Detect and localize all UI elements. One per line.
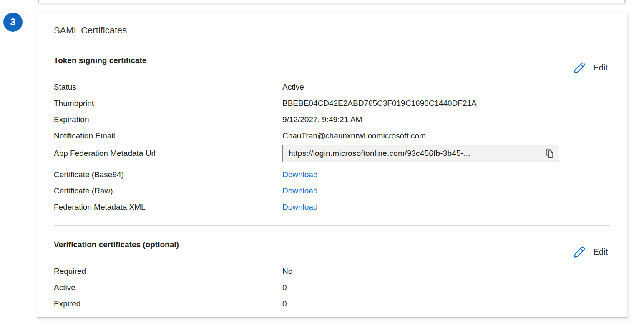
step-number: 3 <box>10 17 16 28</box>
row-label: App Federation Metadata Url <box>54 149 282 158</box>
row-value: Active <box>282 83 610 92</box>
app-federation-metadata-url-row: App Federation Metadata Url https://logi… <box>54 145 610 162</box>
download-certificate-base64-link[interactable]: Download <box>282 170 318 179</box>
edit-token-signing-certificate-button[interactable]: Edit <box>573 60 608 75</box>
thumbprint-row: Thumbprint BBEBE04CD42E2ABD765C3F019C169… <box>54 95 610 111</box>
row-value: BBEBE04CD42E2ABD765C3F019C1696C1440DF21A <box>282 99 610 108</box>
row-label: Required <box>54 267 282 276</box>
row-label: Status <box>54 83 282 92</box>
notification-email-row: Notification Email ChauTran@chaunxnrwl.o… <box>54 128 610 144</box>
row-value: No <box>282 267 610 276</box>
row-value: ChauTran@chaunxnrwl.onmicrosoft.com <box>282 131 610 140</box>
previous-card-fragment <box>38 0 625 3</box>
row-value: 0 <box>282 283 610 292</box>
step-number-badge: 3 <box>3 13 23 32</box>
required-row: Required No <box>54 263 610 279</box>
download-federation-metadata-xml-link[interactable]: Download <box>282 203 318 211</box>
step-indicator-line <box>15 0 15 326</box>
row-label: Expiration <box>54 115 282 124</box>
saml-sso-page: 3 SAML Certificates Token signing certif… <box>0 0 644 326</box>
edit-verification-certificates-button[interactable]: Edit <box>573 245 608 259</box>
copy-icon[interactable] <box>545 148 555 159</box>
expiration-row: Expiration 9/12/2027, 9:49:21 AM <box>54 111 610 128</box>
token-signing-section-header: Token signing certificate Edit <box>54 55 610 70</box>
token-signing-details: Status Active Thumbprint BBEBE04CD42E2AB… <box>54 79 610 215</box>
active-row: Active 0 <box>54 279 610 296</box>
certificate-raw-row: Certificate (Raw) Download <box>54 183 610 199</box>
edit-button-label: Edit <box>594 247 608 257</box>
row-label: Notification Email <box>54 131 282 140</box>
metadata-url-field[interactable]: https://login.microsoftonline.com/93c456… <box>282 145 559 162</box>
certificate-base64-row: Certificate (Base64) Download <box>54 166 610 183</box>
row-value: 9/12/2027, 9:49:21 AM <box>282 115 610 124</box>
token-signing-heading: Token signing certificate <box>54 55 146 65</box>
saml-certificates-card: SAML Certificates Token signing certific… <box>37 13 627 318</box>
edit-button-label: Edit <box>594 63 608 73</box>
row-label: Thumbprint <box>54 99 282 108</box>
verification-details: Required No Active 0 Expired 0 <box>54 263 610 312</box>
federation-metadata-xml-row: Federation Metadata XML Download <box>54 199 610 215</box>
verification-heading: Verification certificates (optional) <box>54 240 179 250</box>
section-divider <box>54 225 610 226</box>
row-label: Certificate (Raw) <box>54 186 282 196</box>
status-row: Status Active <box>54 79 610 95</box>
card-title: SAML Certificates <box>54 25 610 36</box>
row-value: 0 <box>282 299 610 308</box>
row-label: Certificate (Base64) <box>54 170 282 179</box>
verification-section-header: Verification certificates (optional) Edi… <box>54 240 610 254</box>
pencil-icon <box>573 245 587 259</box>
row-label: Expired <box>54 299 282 308</box>
download-certificate-raw-link[interactable]: Download <box>282 186 318 195</box>
expired-row: Expired 0 <box>54 296 610 312</box>
pencil-icon <box>573 60 587 75</box>
row-label: Federation Metadata XML <box>54 203 282 212</box>
row-label: Active <box>54 283 282 292</box>
metadata-url-text: https://login.microsoftonline.com/93c456… <box>289 149 470 158</box>
